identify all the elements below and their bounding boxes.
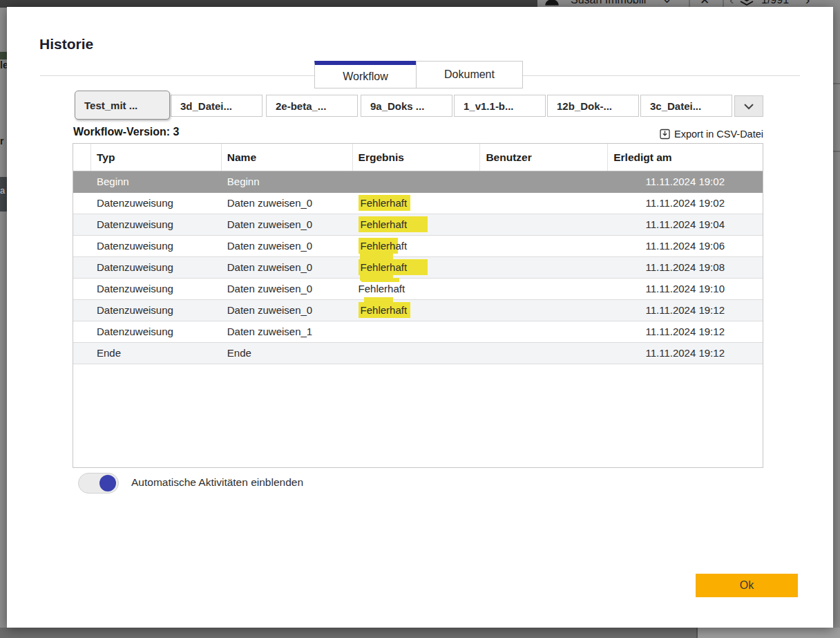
file-tab-2[interactable]: 3d_Datei... <box>171 95 262 117</box>
file-tab-7[interactable]: 3c_Datei... <box>640 95 732 117</box>
layers-icon[interactable] <box>739 0 754 6</box>
auto-activities-toggle-label: Automatische Aktivitäten einblenden <box>131 476 303 489</box>
header-cell-empty <box>73 144 91 171</box>
table-row[interactable]: Datenzuweisung Daten zuweisen_1 11.11.20… <box>73 321 763 343</box>
header-cell-ergebnis: Ergebnis <box>353 144 481 171</box>
auto-activities-toggle[interactable] <box>78 473 119 494</box>
chevron-down-icon[interactable]: ⌄ <box>662 0 672 6</box>
highlighted-result: Fehlerhaft <box>359 195 411 211</box>
tab-workflow[interactable]: Workflow <box>314 61 416 88</box>
file-tab-overflow-button[interactable] <box>734 95 763 117</box>
page-title: Historie <box>39 36 93 53</box>
user-name-label[interactable]: Susan Immobili <box>571 0 646 6</box>
workflow-version-label: Workflow-Version: 3 <box>73 126 180 138</box>
download-icon <box>660 129 670 140</box>
background-line <box>833 151 840 152</box>
background-fragment-text: a <box>0 177 7 212</box>
export-csv-button[interactable]: Export in CSV-Datei <box>660 129 763 140</box>
view-tab-bar: Workflow Dokument <box>314 61 523 88</box>
toggle-knob <box>99 475 116 491</box>
table-header-row: Typ Name Ergebnis Benutzer Erledigt am <box>73 144 763 171</box>
background-app-right-edge <box>833 7 840 628</box>
background-app-bottom-edge <box>0 628 840 638</box>
header-cell-name: Name <box>222 144 353 171</box>
file-tab-3[interactable]: 2e-beta_... <box>266 95 358 117</box>
highlighted-result: Fehlerhaft <box>359 238 411 254</box>
history-dialog: Historie Workflow Dokument Test_mit ... … <box>7 7 833 628</box>
highlighted-result: Fehlerhaft <box>359 302 411 318</box>
header-cell-typ: Typ <box>91 144 222 171</box>
background-panel-fragment <box>696 628 840 638</box>
table-row[interactable]: Datenzuweisung Daten zuweisen_0 Fehlerha… <box>73 279 763 300</box>
file-tab-4[interactable]: 9a_Doks ... <box>361 95 452 117</box>
table-row[interactable]: Datenzuweisung Daten zuweisen_0 Fehlerha… <box>73 300 763 321</box>
highlighted-result: Fehlerhaft <box>359 259 428 275</box>
table-row[interactable]: Ende Ende 11.11.2024 19:12 <box>73 343 763 364</box>
header-cell-erledigt-am: Erledigt am <box>608 144 763 171</box>
tab-dokument[interactable]: Dokument <box>416 61 523 88</box>
background-fragment <box>0 52 7 59</box>
chevron-down-icon <box>743 103 754 110</box>
history-table: Typ Name Ergebnis Benutzer Erledigt am B… <box>73 143 763 468</box>
background-line <box>833 83 840 84</box>
file-tab-6[interactable]: 12b_Dok-... <box>547 95 639 117</box>
file-tab-1[interactable]: Test_mit ... <box>75 91 170 120</box>
table-row[interactable]: Datenzuweisung Daten zuweisen_0 Fehlerha… <box>73 193 763 214</box>
page-counter: 1/991 <box>761 0 789 6</box>
table-row[interactable]: Datenzuweisung Daten zuweisen_0 Fehlerha… <box>73 214 763 236</box>
background-fragment-text: r <box>0 135 7 147</box>
user-avatar-icon[interactable] <box>543 0 561 7</box>
ok-button[interactable]: Ok <box>696 574 798 597</box>
header-cell-benutzer: Benutzer <box>480 144 608 171</box>
export-csv-label: Export in CSV-Datei <box>674 129 763 140</box>
file-tab-5[interactable]: 1_v1.1-b... <box>454 95 546 117</box>
table-row[interactable]: Beginn Beginn 11.11.2024 19:02 <box>73 171 763 193</box>
highlighted-result: Fehlerhaft <box>359 216 428 232</box>
table-row[interactable]: Datenzuweisung Daten zuweisen_0 Fehlerha… <box>73 257 763 279</box>
table-row[interactable]: Datenzuweisung Daten zuweisen_0 Fehlerha… <box>73 236 763 257</box>
background-app-left-edge: le r a <box>0 8 7 628</box>
background-fragment-text: le <box>0 59 7 71</box>
